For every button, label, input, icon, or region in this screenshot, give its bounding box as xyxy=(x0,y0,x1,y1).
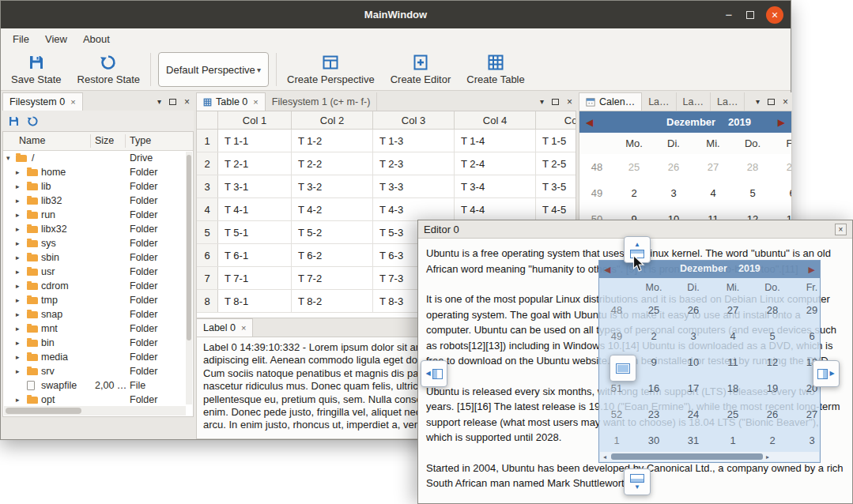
calendar-day[interactable]: 2 xyxy=(614,187,654,199)
expand-arrow-icon[interactable]: ▸ xyxy=(16,322,24,336)
column-header[interactable]: Col 1 xyxy=(218,111,292,129)
title-bar[interactable]: MainWindow − × xyxy=(1,1,791,28)
tree-row[interactable]: ▸ media Folder xyxy=(3,350,186,364)
expand-arrow-icon[interactable]: ▸ xyxy=(16,236,24,250)
table-cell[interactable]: T 1-4 xyxy=(455,130,536,152)
editor-close-icon[interactable]: × xyxy=(835,224,847,235)
save-state-button[interactable]: Save State xyxy=(3,49,70,90)
month-button[interactable]: Dezember xyxy=(666,116,715,128)
perspective-combobox[interactable]: Default Perspective ▾ xyxy=(158,52,269,87)
table-cell[interactable]: T 1-2 xyxy=(292,130,373,152)
table-cell[interactable]: T 1-3 xyxy=(373,130,455,152)
calendar-day[interactable]: 28 xyxy=(733,161,772,173)
tab-label-3[interactable]: La… xyxy=(711,92,745,111)
tab-table-0[interactable]: Table 0 × xyxy=(196,92,266,111)
column-name[interactable]: Name xyxy=(19,135,45,146)
calendar-day[interactable]: 26 xyxy=(654,161,693,173)
menu-about[interactable]: About xyxy=(75,30,118,48)
dock-float-icon[interactable] xyxy=(768,99,775,105)
drop-indicator-center[interactable] xyxy=(610,355,636,382)
menu-file[interactable]: File xyxy=(5,30,37,48)
table-cell[interactable]: T 3-1 xyxy=(218,175,292,197)
expand-arrow-icon[interactable]: ▸ xyxy=(16,222,24,236)
create-editor-button[interactable]: Create Editor xyxy=(383,49,459,90)
row-header[interactable]: 7 xyxy=(197,267,218,289)
column-header[interactable]: Col 2 xyxy=(292,111,373,129)
tree-row-root[interactable]: ▾ / Drive xyxy=(3,151,186,165)
table-cell[interactable]: T 3-2 xyxy=(292,175,373,197)
calendar-day[interactable]: 27 xyxy=(693,161,733,173)
expand-arrow-icon[interactable]: ▸ xyxy=(16,165,24,179)
tab-label-1[interactable]: La… xyxy=(642,92,676,111)
table-cell[interactable]: T 6-1 xyxy=(218,244,292,266)
dock-float-icon[interactable] xyxy=(552,99,559,105)
row-header[interactable]: 8 xyxy=(197,290,218,312)
table-cell[interactable]: T 3-5 xyxy=(536,175,576,197)
table-cell[interactable]: T 1-1 xyxy=(218,130,292,152)
calendar-day[interactable]: 6 xyxy=(772,187,792,199)
expand-arrow-icon[interactable]: ▾ xyxy=(6,151,14,165)
create-perspective-button[interactable]: Create Perspective xyxy=(279,49,383,90)
table-cell[interactable]: T 7-2 xyxy=(292,267,373,289)
save-icon[interactable] xyxy=(8,115,20,127)
expand-arrow-icon[interactable]: ▸ xyxy=(16,279,24,293)
table-cell[interactable]: T 8-2 xyxy=(292,290,373,312)
calendar-day[interactable]: 25 xyxy=(614,161,654,173)
expand-arrow-icon[interactable]: ▸ xyxy=(16,293,24,307)
table-cell[interactable]: T 1-5 xyxy=(536,130,576,152)
column-type[interactable]: Type xyxy=(130,135,151,146)
calendar-day[interactable]: 3 xyxy=(654,187,693,199)
restore-icon[interactable] xyxy=(27,115,39,127)
drop-indicator-bottom[interactable]: ▼ xyxy=(624,468,651,495)
create-table-button[interactable]: Create Table xyxy=(459,49,532,90)
expand-arrow-icon[interactable]: ▸ xyxy=(16,194,24,208)
menu-view[interactable]: View xyxy=(37,30,75,48)
table-cell[interactable]: T 4-1 xyxy=(218,198,292,220)
row-header[interactable]: 4 xyxy=(197,198,218,220)
table-cell[interactable]: T 4-3 xyxy=(373,198,455,220)
tab-filesystem-1[interactable]: Filesystem 1 (c+ m- f-) xyxy=(266,92,378,111)
tab-calendar[interactable]: Calen… xyxy=(579,92,642,111)
table-cell[interactable]: T 4-4 xyxy=(455,198,536,220)
expand-arrow-icon[interactable]: ▸ xyxy=(16,350,24,364)
close-button[interactable]: × xyxy=(766,6,783,24)
scrollbar-handle[interactable] xyxy=(6,408,81,414)
dock-float-icon[interactable] xyxy=(169,99,176,105)
tree-row[interactable]: swapfile 2,00 … File xyxy=(3,378,186,393)
table-cell[interactable]: T 5-1 xyxy=(218,221,292,243)
table-cell[interactable]: T 2-2 xyxy=(292,152,373,175)
row-header[interactable]: 3 xyxy=(197,175,218,197)
dock-close-icon[interactable]: × xyxy=(567,97,572,107)
prev-month-icon[interactable]: ◀ xyxy=(586,117,593,128)
drop-indicator-right[interactable]: ▶ xyxy=(813,360,840,387)
table-cell[interactable]: T 7-1 xyxy=(218,267,292,289)
column-header[interactable]: Col 5 xyxy=(536,111,576,129)
tree-row[interactable]: ▸ libx32 Folder xyxy=(3,222,186,236)
expand-arrow-icon[interactable]: ▸ xyxy=(16,265,24,279)
tree-row[interactable]: ▸ srv Folder xyxy=(3,364,186,378)
tree-row[interactable]: ▸ snap Folder xyxy=(3,307,186,322)
minimize-button[interactable]: − xyxy=(723,11,734,19)
tree-row[interactable]: ▸ sbin Folder xyxy=(3,250,186,265)
tab-label-2[interactable]: La… xyxy=(677,92,711,111)
vertical-scrollbar[interactable] xyxy=(186,152,192,404)
tree-row[interactable]: ▸ run Folder xyxy=(3,208,186,222)
table-cell[interactable]: T 2-1 xyxy=(218,152,292,175)
dock-menu-icon[interactable]: ▾ xyxy=(756,97,760,106)
expand-arrow-icon[interactable]: ▸ xyxy=(16,307,24,322)
table-cell[interactable]: T 3-3 xyxy=(373,175,455,197)
tab-close-icon[interactable]: × xyxy=(253,97,258,107)
expand-arrow-icon[interactable]: ▸ xyxy=(16,179,24,194)
calendar-day[interactable]: 5 xyxy=(733,187,772,199)
dock-close-icon[interactable]: × xyxy=(783,97,788,107)
tree-header[interactable]: Name Size Type xyxy=(3,132,193,151)
table-cell[interactable]: T 5-2 xyxy=(292,221,373,243)
tree-row[interactable]: ▸ lib32 Folder xyxy=(3,194,186,208)
dock-menu-icon[interactable]: ▾ xyxy=(540,97,544,106)
horizontal-scrollbar[interactable] xyxy=(4,406,186,416)
expand-arrow-icon[interactable]: ▸ xyxy=(16,364,24,378)
expand-arrow-icon[interactable]: ▸ xyxy=(16,208,24,222)
tab-label-0[interactable]: Label 0 × xyxy=(196,318,253,337)
column-header[interactable]: Col 4 xyxy=(455,111,536,129)
calendar-day[interactable]: 29 xyxy=(772,161,792,173)
